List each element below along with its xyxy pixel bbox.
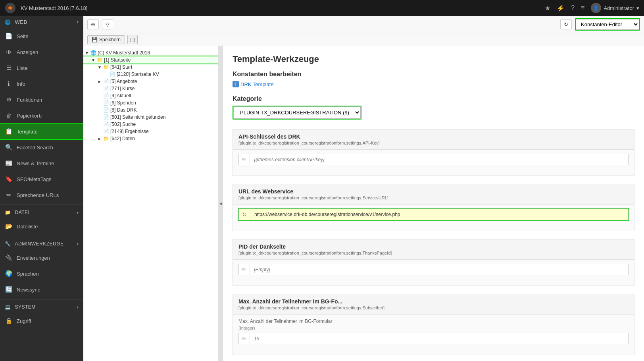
teilnehmer-input[interactable] <box>250 334 628 344</box>
tree-icon-daten: 📁 <box>103 136 109 141</box>
field-section-teilnehmer-header: Max. Anzahl der Teilnehmer im BG-Fo... [… <box>233 294 634 315</box>
anzeigen-icon: 👁 <box>5 48 13 56</box>
template-link[interactable]: T DRK Template <box>233 81 634 87</box>
tree-node-notfound[interactable]: 📄 [501] Seite nicht gefunden <box>83 114 218 121</box>
tree-label-notfound: [501] Seite nicht gefunden <box>110 114 165 120</box>
web-chevron-icon: ▾ <box>77 20 79 24</box>
tree-node-root[interactable]: ▼ 🌐 (C) KV Musterstadt 2016 <box>83 49 218 56</box>
kategorie-select-wrapper: PLUGIN.TX_DRKCOURSEREGISTRATION (9) <box>233 106 361 120</box>
tree-node-suche[interactable]: 📄 [502] Suche <box>83 121 218 128</box>
sidebar-item-info[interactable]: ℹ Info <box>0 76 83 92</box>
tree-node-startseite-kv[interactable]: 📄 [2120] Startseite KV <box>83 71 218 78</box>
kategorie-label: Kategorie <box>233 95 634 102</box>
tree-node-ergebnisse[interactable]: 📄 [2149] Ergebnisse <box>83 128 218 135</box>
sidebar-item-news[interactable]: 📰 News & Termine <box>0 155 83 171</box>
field-dankseite-key: [plugin.tx_drkcourseregistration_courser… <box>238 251 629 255</box>
help-icon[interactable]: ? <box>571 4 575 12</box>
news-icon: 📰 <box>5 159 13 167</box>
refresh-button[interactable]: ↻ <box>560 19 572 29</box>
dankseite-input[interactable] <box>250 264 628 275</box>
tree-icon-kurse: 📄 <box>103 86 109 91</box>
dankseite-edit-icon[interactable]: ✏ <box>239 264 250 275</box>
filter-button[interactable]: ▽ <box>102 19 113 29</box>
tree-node-daten[interactable]: ► 📁 [642] Daten <box>83 135 218 142</box>
tree-icon-ergebnisse: 📄 <box>103 129 109 134</box>
sidebar-section-datei[interactable]: 📁 DATEI ▾ <box>0 207 83 218</box>
sidebar-item-liste[interactable]: ☰ Liste <box>0 60 83 76</box>
field-section-api-key: API-Schlüssel des DRK [plugin.tx_drkcour… <box>233 129 634 176</box>
sidebar-item-erweiterungen[interactable]: 🔌 Erweiterungen <box>0 250 83 266</box>
grid-icon[interactable]: ≡ <box>581 4 584 12</box>
user-chevron-icon: ▾ <box>636 5 639 11</box>
datei-section-icon: 📁 <box>5 210 11 215</box>
sidebar-item-sprechende[interactable]: ✏ Sprechende URLs <box>0 187 83 203</box>
field-teilnehmer-title: Max. Anzahl der Teilnehmer im BG-Fo... <box>238 298 629 305</box>
tree-icon-root: 🌐 <box>90 50 96 56</box>
api-key-input[interactable] <box>250 154 628 165</box>
webservice-url-input[interactable] <box>250 209 628 220</box>
editor-select[interactable]: Konstanten-Editor Objekt-Browser Info <box>576 19 639 30</box>
tree-node-angebote[interactable]: ► 📄 [5] Angebote <box>83 78 218 85</box>
field-section-teilnehmer-body: Max. Anzahl der Teilnehmer im BG-Formula… <box>233 315 634 355</box>
user-menu[interactable]: 👤 Administrator ▾ <box>591 3 639 13</box>
dateiliste-icon: 📂 <box>5 222 13 230</box>
tree-node-aktuell[interactable]: 📄 [9] Aktuell <box>83 92 218 99</box>
sidebar-item-seite[interactable]: 📄 Seite <box>0 28 83 44</box>
sidebar-item-newssync[interactable]: 🔄 Newssync <box>0 282 83 297</box>
save-button[interactable]: 💾 Speichern <box>87 35 125 44</box>
sidebar-item-newssync-label: Newssync <box>17 287 40 293</box>
system-chevron-icon: ▾ <box>77 305 79 309</box>
avatar: 👤 <box>591 3 601 13</box>
tree-node-kurse[interactable]: 📄 [271] Kurse <box>83 85 218 92</box>
api-key-edit-icon[interactable]: ✏ <box>239 154 250 165</box>
section-title: Konstanten bearbeiten <box>233 71 634 78</box>
kategorie-select[interactable]: PLUGIN.TX_DRKCOURSEREGISTRATION (9) <box>233 106 361 119</box>
admin-chevron-icon: ▾ <box>77 242 79 246</box>
sidebar-section-web[interactable]: 🌐 WEB ▾ <box>0 16 83 28</box>
topbar: KV Musterstadt 2016 [7.6.18] ★ ⚡ ? ≡ 👤 A… <box>0 0 644 16</box>
sidebar-item-seo[interactable]: 🔖 SEO/MetaTags <box>0 171 83 187</box>
tree-arrow-startseite: ▼ <box>91 58 96 62</box>
collapse-handle[interactable]: ◄ <box>218 46 223 361</box>
tree-node-spenden[interactable]: 📄 [6] Spenden <box>83 99 218 106</box>
field-dankseite-title: PID der Dankseite <box>238 243 629 250</box>
tree-node-start[interactable]: ▼ 📁 [641] Start <box>83 64 218 71</box>
funktionen-icon: ⚙ <box>5 96 13 104</box>
new-button[interactable]: ⊕ <box>87 19 99 29</box>
tree-label-drk: [8] Das DRK <box>110 107 137 113</box>
sidebar-item-papierkorb[interactable]: 🗑 Papierkorb <box>0 108 83 124</box>
sidebar-section-system[interactable]: 💻 SYSTEM ▾ <box>0 301 83 313</box>
field-teilnehmer-type: (Integer) <box>238 326 629 330</box>
template-link-label: DRK Template <box>240 81 274 87</box>
teilnehmer-edit-icon[interactable]: ✏ <box>239 333 250 344</box>
seite-icon: 📄 <box>5 32 13 40</box>
bookmark-icon[interactable]: ★ <box>545 4 550 12</box>
webservice-url-refresh-icon[interactable]: ↻ <box>239 209 250 220</box>
field-teilnehmer-description: Max. Anzahl der Teilnehmer im BG-Formula… <box>238 319 629 324</box>
sidebar-item-template[interactable]: 📋 Template <box>0 124 83 139</box>
flash-icon[interactable]: ⚡ <box>557 4 565 12</box>
tree-label-kurse: [271] Kurse <box>110 86 135 91</box>
sidebar-item-seo-label: SEO/MetaTags <box>17 176 51 182</box>
sidebar-item-faceted[interactable]: 🔍 Faceted Search <box>0 139 83 155</box>
sidebar-item-zugriff[interactable]: 🔒 Zugriff <box>0 313 83 329</box>
tree-icon-start: 📁 <box>103 64 109 70</box>
sidebar-item-sprachen[interactable]: 🌍 Sprachen <box>0 266 83 282</box>
tree-icon-notfound: 📄 <box>103 114 109 120</box>
sidebar-section-admin-label: ADMINWERKZEUGE <box>15 241 73 247</box>
field-section-webservice-url-header: URL des Webservice [plugin.tx_drkcourser… <box>233 184 634 205</box>
save-label: Speichern <box>99 37 121 42</box>
tree-label-ergebnisse: [2149] Ergebnisse <box>110 129 149 134</box>
tree-node-startseite[interactable]: ▼ 📁 [1] Startseite <box>83 56 218 64</box>
tree-node-drk[interactable]: 📄 [8] Das DRK <box>83 106 218 114</box>
tree-icon-startseite: 📁 <box>97 57 103 63</box>
web-icon: 🌐 <box>5 19 11 25</box>
extra-icon-button[interactable]: ⬚ <box>127 35 138 44</box>
sidebar-item-anzeigen[interactable]: 👁 Anzeigen <box>0 44 83 60</box>
papierkorb-icon: 🗑 <box>5 112 13 120</box>
tree-label-startseite: [1] Startseite <box>104 57 131 63</box>
sidebar-section-admin[interactable]: 🔧 ADMINWERKZEUGE ▾ <box>0 238 83 250</box>
sidebar-item-funktionen[interactable]: ⚙ Funktionen <box>0 92 83 108</box>
sidebar-item-dateiliste[interactable]: 📂 Dateiliste <box>0 218 83 234</box>
sidebar-item-news-label: News & Termine <box>17 160 54 166</box>
